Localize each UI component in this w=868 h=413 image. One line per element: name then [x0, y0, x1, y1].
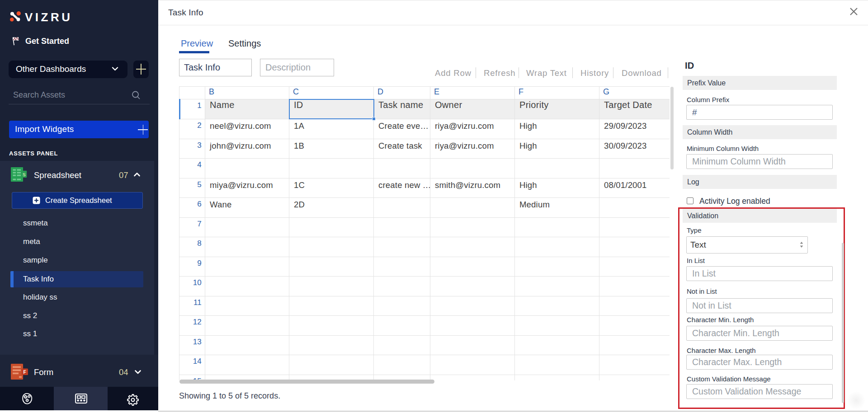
- svg-text:s: s: [23, 171, 26, 178]
- svg-text:F: F: [23, 369, 26, 375]
